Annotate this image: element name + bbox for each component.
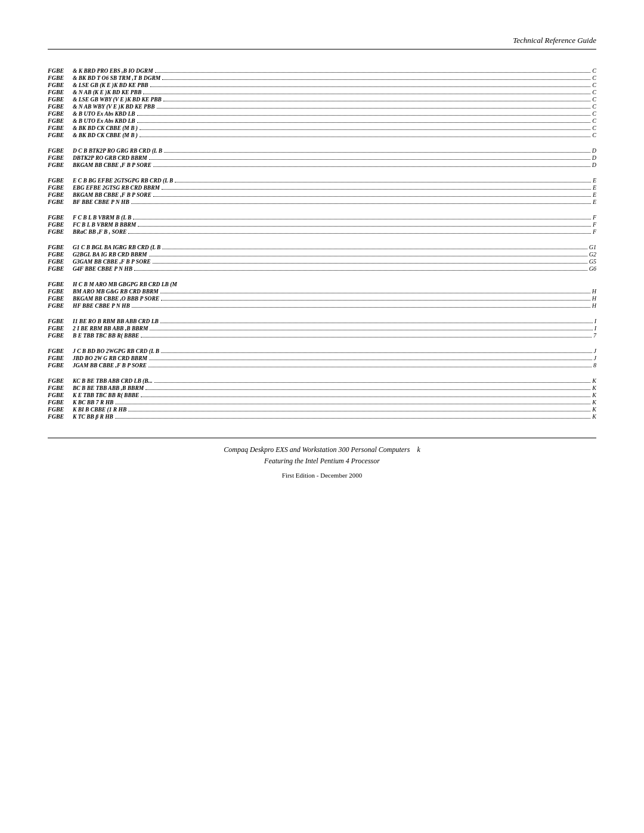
toc-row: FGBE& BK BD CK CBBE (M B )C [48, 125, 596, 131]
toc-page: H [592, 295, 596, 302]
toc-row: FGBEDBTK2P RO GRB CRD BBRMD [48, 154, 596, 161]
toc-page: H [592, 302, 596, 309]
toc-dots [149, 252, 587, 256]
toc-dots [141, 392, 590, 397]
toc-row: FGBEJBD BO 2W G RB CRD BBRMJ [48, 355, 596, 361]
toc-dots [163, 97, 590, 101]
toc-row-label: FGBE [48, 228, 73, 235]
toc-page: C [592, 125, 596, 131]
toc-page: 7 [593, 332, 596, 339]
footer-line1: Compaq Deskpro EXS and Workstation 300 P… [224, 445, 410, 454]
toc-page: E [593, 191, 596, 198]
toc-row: FGBEBKGAM BB CBBE ,F B P SORED [48, 162, 596, 168]
toc-row-label: FGBE [48, 110, 73, 117]
page-header: Technical Reference Guide [48, 36, 596, 49]
toc-page: J [594, 348, 596, 354]
toc-row: FGBEFC B L B VBRM B BBRMF [48, 221, 596, 228]
toc-page: D [592, 162, 596, 168]
toc-row: FGBEBM ARO MB G&G RB CRD BBRMH [48, 288, 596, 295]
toc-row-label: FGBE [48, 117, 73, 124]
toc-row: FGBEK BC BB 7 R HBK [48, 399, 596, 405]
toc-row: FGBE& B UTO Ex Abs KBD LBC [48, 117, 596, 124]
toc-row-text: 2 I BE RBM BB ABB ,B BBRM [73, 326, 148, 332]
toc-page: C [592, 96, 596, 103]
toc-page: C [592, 67, 596, 74]
toc-dots [162, 244, 587, 249]
toc-row: FGBEG2BGL BA IG RB CRD BBRMG2 [48, 251, 596, 258]
toc-page: E [593, 199, 596, 205]
toc-row-text: BKGAM BB CBBE ,O BBB P SORE [73, 296, 159, 302]
toc-row-text: H C B M ARO MB GBGPG RB CRD LB (M [73, 281, 177, 287]
toc-row: FGBEG1 C B BGL BA IGRG RB CRD (L BG1 [48, 244, 596, 250]
toc-page: E [593, 184, 596, 191]
toc-dots [149, 155, 590, 160]
toc-page: K [592, 385, 596, 391]
toc-dots [150, 82, 591, 87]
toc-page: K [592, 377, 596, 384]
toc-row-label: FGBE [48, 281, 73, 287]
toc-row-label: FGBE [48, 82, 73, 88]
toc-dots [143, 89, 590, 94]
toc-row-text: BF BBE CBBE P N HB [73, 199, 129, 205]
toc-dots [133, 215, 591, 219]
toc-page: F [593, 221, 596, 228]
toc-row-label: FGBE [48, 244, 73, 250]
toc-row-text: G1 C B BGL BA IGRG RB CRD (L B [73, 244, 160, 250]
footer-edition: First Edition - December 2000 [48, 472, 596, 479]
toc-row-label: FGBE [48, 318, 73, 324]
toc-page: D [592, 154, 596, 161]
footer: Compaq Deskpro EXS and Workstation 300 P… [48, 438, 596, 479]
toc-page: K [592, 413, 596, 420]
toc-row-label: FGBE [48, 265, 73, 272]
toc-dots [164, 148, 590, 153]
toc-row: FGBE& BK BD CK CBBE (M B )C [48, 132, 596, 138]
toc-row-text: JGAM BB CBBE ,F B P SORE [73, 363, 147, 368]
toc-dots [150, 326, 592, 330]
toc-row-label: FGBE [48, 199, 73, 205]
toc-row-text: & N AB WBY (V E )K BD KE PBB [73, 104, 155, 110]
toc-row: FGBE2 I BE RBM BB ABB ,B BBRMI [48, 325, 596, 332]
toc-dots [115, 400, 590, 404]
toc-row: FGBEE C B BG EFBE 2GTSGPG RB CRD (L BE [48, 177, 596, 184]
toc-dots [137, 118, 591, 123]
toc-page: F [593, 214, 596, 221]
toc-page: G6 [589, 265, 596, 272]
toc-row: FGBEBC B BE TBB ABB ,B BBRMK [48, 385, 596, 391]
toc-row-text: F C B L B VBRM B (L B [73, 215, 131, 221]
toc-row-text: K BC BB 7 R HB [73, 400, 113, 405]
toc-dots [140, 125, 590, 130]
toc-row: FGBEBRaC BB ,F B , SOREF [48, 228, 596, 235]
toc-row-label: FGBE [48, 377, 73, 384]
toc-page: J [594, 355, 596, 361]
footer-text: Compaq Deskpro EXS and Workstation 300 P… [48, 444, 596, 456]
toc-row-text: & B UTO Ex Abs KBD LB [73, 111, 135, 117]
header-title: Technical Reference Guide [513, 36, 596, 45]
toc-dots [145, 385, 590, 390]
toc-page: K [592, 392, 596, 398]
toc-row-label: FGBE [48, 362, 73, 368]
toc-page: K [592, 399, 596, 405]
toc-dots [138, 222, 591, 227]
toc-row-text: JBD BO 2W G RB CRD BBRM [73, 355, 147, 361]
toc-row-text: I1 BE RO B RBM BB ABB CRD LB [73, 318, 159, 324]
toc-row-label: FGBE [48, 147, 73, 154]
toc-row-label: FGBE [48, 332, 73, 339]
toc-row-text: BC B BE TBB ABB ,B BBRM [73, 385, 144, 391]
page: Technical Reference Guide FGBE& K BRD PR… [0, 0, 644, 833]
toc-dots [160, 318, 593, 323]
footer-line2: Featuring the Intel Pentium 4 Processor [48, 456, 596, 467]
toc-row-label: FGBE [48, 154, 73, 161]
toc-row-label: FGBE [48, 399, 73, 405]
toc-row-label: FGBE [48, 288, 73, 295]
toc-dots [155, 68, 591, 73]
toc-row-label: FGBE [48, 67, 73, 74]
toc-dots [162, 185, 591, 190]
toc-row-label: FGBE [48, 191, 73, 198]
toc-page: H [592, 288, 596, 295]
toc-row-label: FGBE [48, 392, 73, 398]
toc-row-text: J C B BD BO 2WGPG RB CRD (L B [73, 348, 159, 354]
toc-row: FGBEJGAM BB CBBE ,F B P SORE8 [48, 362, 596, 368]
toc-row: FGBE& BK BD T O6 SB TRM ,T B DGRMC [48, 75, 596, 81]
toc-row: FGBE& B UTO Ex Abs KBD LBC [48, 110, 596, 117]
toc-row: FGBEK TC BB β R HBK [48, 413, 596, 420]
